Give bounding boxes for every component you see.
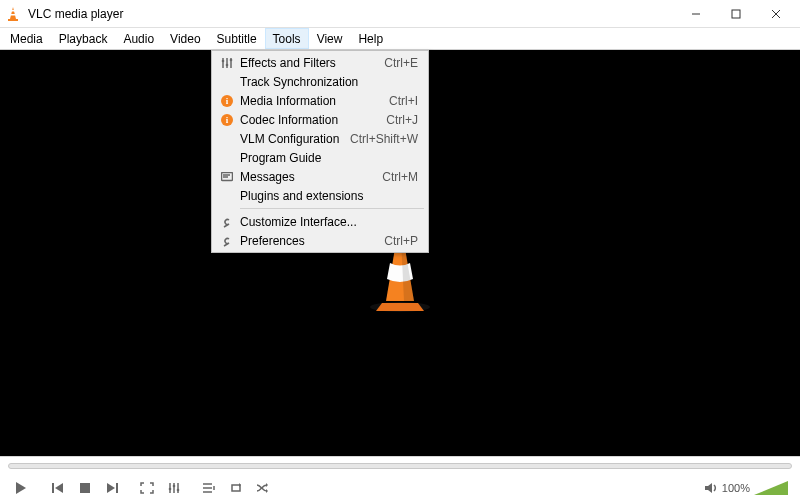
- shuffle-button[interactable]: [250, 475, 276, 501]
- title-bar: VLC media player: [0, 0, 800, 28]
- fullscreen-button[interactable]: [134, 475, 160, 501]
- volume-control[interactable]: 100%: [704, 481, 794, 495]
- wrench-icon: [218, 233, 236, 249]
- menu-audio[interactable]: Audio: [115, 28, 162, 49]
- menu-preferences[interactable]: Preferences Ctrl+P: [214, 231, 426, 250]
- svg-rect-26: [116, 483, 118, 493]
- vlc-cone-icon: [4, 5, 22, 23]
- speaker-icon: [704, 482, 718, 494]
- svg-marker-9: [376, 303, 424, 311]
- svg-point-16: [226, 63, 229, 66]
- menu-view[interactable]: View: [309, 28, 351, 49]
- play-button[interactable]: [6, 475, 36, 501]
- playback-controls: 100%: [0, 471, 800, 504]
- svg-point-17: [230, 58, 233, 61]
- volume-label: 100%: [722, 482, 750, 494]
- menu-playback[interactable]: Playback: [51, 28, 116, 49]
- next-button[interactable]: [99, 475, 125, 501]
- menu-program-guide[interactable]: Program Guide: [214, 148, 426, 167]
- svg-rect-5: [732, 10, 740, 18]
- menu-media-info[interactable]: i Media Information Ctrl+I: [214, 91, 426, 110]
- close-button[interactable]: [756, 0, 796, 28]
- svg-rect-24: [80, 483, 90, 493]
- menu-codec-info[interactable]: i Codec Information Ctrl+J: [214, 110, 426, 129]
- playlist-button[interactable]: [196, 475, 222, 501]
- menu-video[interactable]: Video: [162, 28, 208, 49]
- menu-help[interactable]: Help: [350, 28, 391, 49]
- stop-button[interactable]: [72, 475, 98, 501]
- menu-vlm-config[interactable]: VLM Configuration Ctrl+Shift+W: [214, 129, 426, 148]
- svg-marker-36: [705, 483, 712, 493]
- svg-rect-1: [8, 19, 18, 21]
- wrench-icon: [218, 214, 236, 230]
- previous-button[interactable]: [45, 475, 71, 501]
- extended-settings-button[interactable]: [161, 475, 187, 501]
- menu-effects-filters[interactable]: Effects and Filters Ctrl+E: [214, 53, 426, 72]
- menu-track-sync[interactable]: Track Synchronization: [214, 72, 426, 91]
- minimize-button[interactable]: [676, 0, 716, 28]
- svg-marker-0: [10, 7, 16, 19]
- menu-tools[interactable]: Tools: [265, 28, 309, 49]
- menu-plugins[interactable]: Plugins and extensions: [214, 186, 426, 205]
- svg-marker-21: [16, 482, 26, 494]
- svg-marker-23: [55, 483, 63, 493]
- menu-bar: Media Playback Audio Video Subtitle Tool…: [0, 28, 800, 50]
- bottom-bar: 100%: [0, 456, 800, 504]
- tools-dropdown: Effects and Filters Ctrl+E Track Synchro…: [211, 50, 429, 253]
- window-title: VLC media player: [28, 7, 676, 21]
- svg-point-31: [173, 485, 176, 488]
- messages-icon: [218, 169, 236, 185]
- volume-slider[interactable]: [754, 481, 788, 495]
- svg-point-15: [222, 59, 225, 62]
- seek-bar[interactable]: [0, 457, 800, 471]
- menu-messages[interactable]: Messages Ctrl+M: [214, 167, 426, 186]
- menu-customize-interface[interactable]: Customize Interface...: [214, 212, 426, 231]
- maximize-button[interactable]: [716, 0, 756, 28]
- svg-marker-25: [107, 483, 115, 493]
- menu-subtitle[interactable]: Subtitle: [209, 28, 265, 49]
- svg-rect-2: [11, 10, 15, 12]
- info-icon: i: [218, 112, 236, 128]
- svg-point-30: [169, 488, 172, 491]
- info-icon: i: [218, 93, 236, 109]
- svg-rect-3: [11, 14, 16, 16]
- loop-button[interactable]: [223, 475, 249, 501]
- menu-separator: [240, 208, 424, 209]
- menu-media[interactable]: Media: [2, 28, 51, 49]
- sliders-icon: [218, 55, 236, 71]
- svg-rect-22: [52, 483, 54, 493]
- svg-point-32: [177, 489, 180, 492]
